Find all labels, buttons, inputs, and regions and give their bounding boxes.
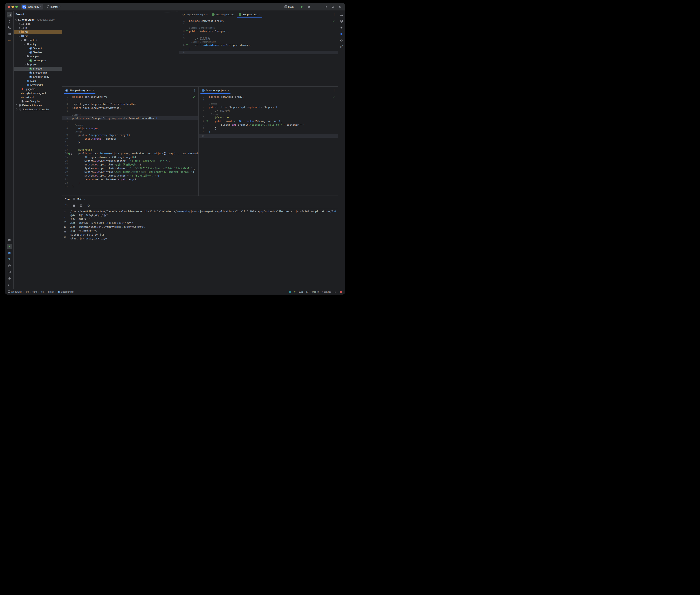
over-gutter-icon[interactable] xyxy=(205,119,209,123)
tree-item-Student[interactable]: CStudent xyxy=(14,46,62,50)
down-stack-trace-icon[interactable]: ↓ xyxy=(64,215,66,218)
tab-ShopperProxy.java[interactable]: CShopperProxy.java× xyxy=(63,87,96,94)
code-line[interactable]: 3public interface Shopper { xyxy=(179,29,338,33)
code-line[interactable]: 16 System.out.println(customer + ": 哥们，这… xyxy=(62,159,198,163)
terminal-icon[interactable] xyxy=(7,270,12,275)
code-line[interactable]: 14@ public Object invoke(Object proxy, M… xyxy=(62,152,198,155)
inspection-widget[interactable] xyxy=(332,95,335,98)
code-line[interactable]: 3import java.lang.reflect.InvocationHand… xyxy=(62,102,198,106)
project-widget[interactable]: WS WebStudy xyxy=(21,4,43,9)
code-line[interactable]: 2 xyxy=(62,98,198,102)
code-editor[interactable]: 1package com.test.proxy;23import java.la… xyxy=(62,94,198,196)
tab-options-icon[interactable]: ⋮ xyxy=(191,87,198,94)
more-actions-button[interactable]: ⋮ xyxy=(313,4,319,9)
print-icon[interactable]: ▤ xyxy=(64,230,66,233)
structure-icon[interactable] xyxy=(7,25,12,30)
chevron-icon[interactable] xyxy=(23,64,26,65)
code-line[interactable]: 6 public void saleWatermelon(String cust… xyxy=(198,119,338,123)
commit-icon[interactable] xyxy=(7,19,12,24)
close-window-button[interactable] xyxy=(7,6,10,8)
tab-Shopper.java[interactable]: IShopper.java× xyxy=(237,11,263,18)
tab-options-icon[interactable]: ⋮ xyxy=(330,11,338,18)
problems-icon[interactable] xyxy=(7,276,12,281)
code-line[interactable]: 2 xyxy=(198,98,338,102)
docker-icon[interactable] xyxy=(7,250,12,256)
chevron-icon[interactable] xyxy=(20,40,23,40)
tree-item-entity[interactable]: entity xyxy=(14,42,62,46)
translate-icon[interactable]: 文A xyxy=(339,44,344,50)
chevron-icon[interactable] xyxy=(18,31,21,33)
file-encoding[interactable]: UTF-8 xyxy=(312,290,319,293)
code-line[interactable]: 20 System.out.println(customer + ": 行，给我… xyxy=(62,174,198,177)
tree-item-com.test[interactable]: com.test xyxy=(14,38,62,42)
scroll-to-end-icon[interactable]: ⇊ xyxy=(64,225,66,228)
tree-item-lib[interactable]: lib xyxy=(14,26,62,30)
impl-gutter-icon[interactable] xyxy=(185,29,189,33)
tree-item-ShopperImpl[interactable]: CShopperImpl xyxy=(14,71,62,75)
usage-hint[interactable]: 1 usage xyxy=(198,113,338,116)
code-line[interactable]: 19 System.out.println("老板: 你瞅瞅现在哪有瓜啊，这都是… xyxy=(62,170,198,174)
tree-item-ExternalLibraries[interactable]: External Libraries xyxy=(14,103,62,107)
code-line[interactable]: 5 @Override xyxy=(198,116,338,119)
tree-item-MybatisUtil[interactable]: CMybatisUtil xyxy=(14,83,62,87)
ai-assistant-icon[interactable] xyxy=(339,25,344,30)
usage-hint[interactable]: 1 usage xyxy=(62,130,198,133)
code-line[interactable]: 7 System.out.println("successful sale to… xyxy=(198,123,338,126)
tree-item-mapper[interactable]: mapper xyxy=(14,54,62,58)
notifications-icon[interactable] xyxy=(339,12,344,18)
code-line[interactable]: 1package com.test.proxy; xyxy=(198,95,338,98)
tree-item-out[interactable]: out xyxy=(14,30,62,34)
breadcrumb-item-com[interactable]: com xyxy=(32,290,37,293)
project-panel-header[interactable]: Project xyxy=(14,11,62,17)
breadcrumb-item-src[interactable]: src xyxy=(26,290,29,293)
tab-options-icon[interactable]: ⋮ xyxy=(330,87,338,94)
rerun-icon[interactable]: ↻ xyxy=(64,203,69,207)
code-line[interactable]: 4 xyxy=(179,33,338,37)
project-icon[interactable] xyxy=(7,12,12,18)
chevron-icon[interactable] xyxy=(18,27,21,29)
error-indicator[interactable] xyxy=(340,291,342,293)
close-icon[interactable]: × xyxy=(227,89,229,92)
usage-hint[interactable]: 1 usage 1 implementation xyxy=(179,40,338,43)
minimize-window-button[interactable] xyxy=(11,6,14,8)
tree-item-Shopper[interactable]: IShopper xyxy=(14,66,62,71)
tree-item-TestMapper[interactable]: ITestMapper xyxy=(14,58,62,62)
tree-item-WebStudy[interactable]: WebStudy~/Desktop/CS/Jav xyxy=(14,18,62,22)
impl-gutter-icon[interactable] xyxy=(185,43,189,47)
code-line[interactable]: 4 // 卖瓜行为 xyxy=(198,109,338,113)
console-output[interactable]: /Users/eve/Library/Java/JavaVirtualMachi… xyxy=(68,208,338,289)
tree-item-.gitignore[interactable]: .gitignore xyxy=(14,87,62,91)
code-with-me-button[interactable] xyxy=(323,4,328,9)
breadcrumb-item-WebStudy[interactable]: WebStudy xyxy=(8,290,22,293)
stop-icon[interactable]: ■ xyxy=(72,203,76,207)
code-line[interactable]: 12 xyxy=(62,144,198,148)
capture-snapshot-icon[interactable]: ▢ xyxy=(86,203,91,207)
chevron-icon[interactable] xyxy=(15,105,18,106)
soft-wrap-icon[interactable]: ↩ xyxy=(64,220,66,223)
profiler-icon[interactable] xyxy=(7,263,12,268)
chat-icon[interactable] xyxy=(339,31,344,37)
notebook-icon[interactable] xyxy=(7,237,12,243)
zoom-window-button[interactable] xyxy=(15,6,18,8)
inspection-widget[interactable] xyxy=(332,20,335,22)
tree-item-Main[interactable]: CMain xyxy=(14,79,62,83)
code-line[interactable]: 18 System.out.println(customer + ": 你这瓜皮… xyxy=(62,166,198,170)
close-icon[interactable]: × xyxy=(84,198,85,201)
settings-button[interactable] xyxy=(337,4,343,9)
usage-hint[interactable]: 2 usages xyxy=(62,113,198,116)
overat-gutter-icon[interactable]: @ xyxy=(68,152,72,155)
run-tab-main[interactable]: Main × xyxy=(73,198,85,201)
code-line[interactable]: 10 xyxy=(198,134,338,138)
code-line[interactable]: 22 } xyxy=(62,181,198,185)
tree-item-proxy[interactable]: proxy xyxy=(14,62,62,66)
file-lock[interactable] xyxy=(334,291,336,293)
code-line[interactable]: 6public class ShopperProxy implements In… xyxy=(62,116,198,120)
code-line[interactable]: 5 xyxy=(62,110,198,113)
chevron-icon[interactable] xyxy=(15,20,18,20)
chevron-icon[interactable] xyxy=(18,23,21,25)
caret-position[interactable]: 10:1 xyxy=(299,290,303,293)
code-line[interactable]: 6 void saleWatermelon(String customer); xyxy=(179,43,338,47)
chevron-icon[interactable] xyxy=(15,109,18,110)
tab-mybatis-config.xml[interactable]: </>mybatis-config.xml xyxy=(180,11,210,18)
tree-item-WebStudy.iml[interactable]: WebStudy.iml xyxy=(14,99,62,103)
